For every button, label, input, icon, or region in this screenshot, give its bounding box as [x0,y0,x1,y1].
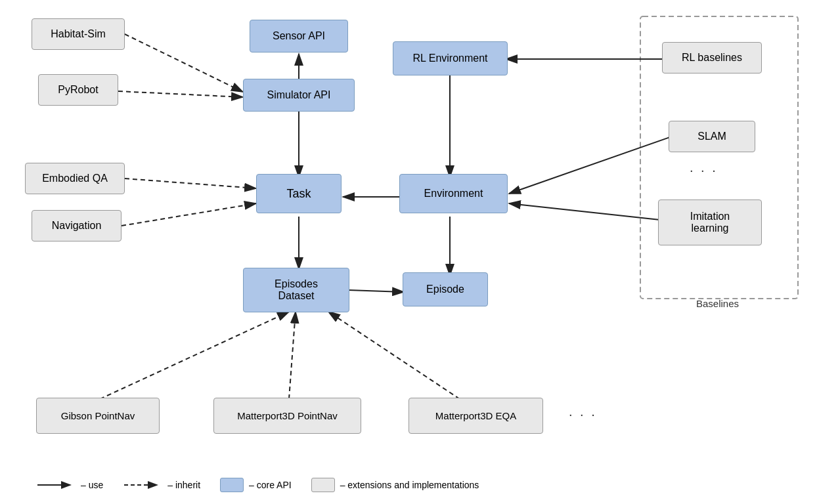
architecture-diagram: Baselines [0,0,840,504]
legend-inherit-label: – inherit [167,480,200,490]
legend-ext: – extensions and implementations [311,478,479,492]
dots-baselines: · · · [690,163,718,178]
legend: – use – inherit – core API – extensions … [36,478,479,492]
sensor-api-node: Sensor API [250,20,348,52]
svg-line-15 [122,203,256,226]
navigation-node: Navigation [32,210,122,242]
svg-line-12 [125,34,243,92]
pyrobot-node: PyRobot [38,74,118,106]
legend-use: – use [36,478,103,492]
baselines-label: Baselines [696,298,739,309]
rl-environment-node: RL Environment [393,41,508,75]
environment-node: Environment [399,174,508,213]
matterport-pointnav-node: Matterport3D PointNav [213,398,361,434]
simulator-api-node: Simulator API [243,79,355,112]
svg-line-13 [118,91,243,97]
gibson-pointnav-node: Gibson PointNav [36,398,160,434]
legend-inherit-arrow [123,478,162,492]
svg-line-11 [509,203,660,220]
legend-core-box [220,478,244,492]
habitat-sim-node: Habitat-Sim [32,18,125,50]
task-node: Task [256,174,342,213]
svg-line-18 [328,312,460,399]
slam-node: SLAM [669,121,755,152]
svg-line-8 [348,290,404,292]
embodied-qa-node: Embodied QA [25,163,125,194]
episodes-dataset-node: Episodes Dataset [243,268,349,312]
legend-use-label: – use [81,480,103,490]
imitation-learning-node: Imitation learning [658,200,762,245]
legend-ext-label: – extensions and implementations [340,480,479,490]
legend-use-arrow [36,478,76,492]
episode-node: Episode [403,272,488,306]
svg-line-14 [125,178,256,188]
legend-ext-box [311,478,335,492]
svg-line-16 [100,312,289,399]
rl-baselines-node: RL baselines [662,42,762,74]
matterport-eqa-node: Matterport3D EQA [409,398,543,434]
legend-core: – core API [220,478,292,492]
legend-inherit: – inherit [123,478,200,492]
svg-line-10 [509,137,670,194]
dots-bottom: · · · [569,407,597,422]
svg-line-17 [289,312,296,399]
legend-core-label: – core API [249,480,292,490]
